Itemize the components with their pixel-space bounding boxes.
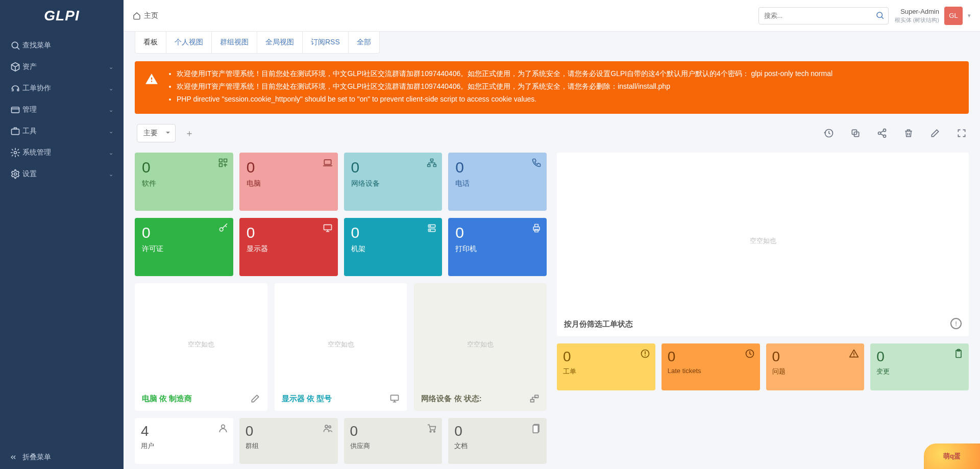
breadcrumb[interactable]: 主页	[133, 11, 158, 20]
tab-0[interactable]: 看板	[135, 32, 166, 53]
tile-电话[interactable]: 0电话	[448, 153, 547, 211]
copy-icon[interactable]	[850, 128, 861, 138]
tile-value: 0	[247, 159, 331, 176]
tab-2[interactable]: 群组视图	[212, 32, 257, 53]
rack-icon	[427, 223, 437, 233]
tile-value: 4	[141, 423, 227, 439]
history-icon[interactable]	[824, 128, 834, 138]
sidebar-item-0[interactable]: 查找菜单	[0, 35, 124, 56]
sidebar-item-1[interactable]: 资产⌄	[0, 56, 124, 78]
edit-icon[interactable]	[930, 128, 940, 138]
sidebar-item-3[interactable]: 管理⌄	[0, 99, 124, 120]
fullscreen-icon[interactable]	[957, 128, 967, 138]
nav: 查找菜单资产⌄工单协作⌄管理⌄工具⌄系统管理⌄设置⌄	[0, 32, 124, 446]
tab-4[interactable]: 订阅RSS	[303, 32, 349, 53]
tile-电脑[interactable]: 0电脑	[239, 153, 338, 211]
monitor-icon	[389, 393, 400, 404]
search-input[interactable]	[758, 7, 889, 24]
tile-label: 工单	[563, 367, 649, 376]
user-entity: 根实体 (树状结构)	[895, 16, 939, 23]
user-icon	[218, 423, 228, 433]
tile-机架[interactable]: 0机架	[344, 218, 443, 276]
panel-title: 按月份筛选工单状态	[564, 319, 633, 329]
tile-label: 用户	[141, 441, 227, 451]
tile-label: 显示器	[247, 244, 331, 254]
svg-point-33	[430, 431, 432, 432]
svg-rect-27	[391, 395, 399, 400]
tile-显示器[interactable]: 0显示器	[239, 218, 338, 276]
dashboard-selector[interactable]: 主要	[137, 124, 176, 142]
info-icon: !	[950, 318, 962, 329]
svg-point-8	[884, 129, 886, 132]
user-name: Super-Admin	[895, 8, 939, 16]
tile-软件[interactable]: 0软件	[135, 153, 233, 211]
alert-circle-icon	[640, 349, 650, 359]
trash-icon[interactable]	[903, 128, 914, 138]
tile-label: 变更	[876, 367, 963, 376]
tile-许可证[interactable]: 0许可证	[135, 218, 233, 276]
bottom-tile-3[interactable]: 0文档	[448, 418, 547, 464]
search-icon[interactable]	[875, 11, 885, 20]
phone-icon	[531, 158, 542, 168]
cube-icon	[10, 62, 22, 72]
empty-text: 空空如也	[188, 340, 214, 349]
chart-panel-2[interactable]: 空空如也网络设备 依 状态:	[414, 283, 547, 411]
key-icon	[218, 223, 228, 233]
briefcase-icon	[10, 126, 22, 136]
sidebar-item-2[interactable]: 工单协作⌄	[0, 78, 124, 99]
bottom-tile-2[interactable]: 0供应商	[344, 418, 443, 464]
svg-rect-36	[533, 425, 538, 433]
status-tile-3[interactable]: 0变更	[870, 343, 969, 390]
chevron-down-icon: ⌄	[109, 150, 113, 156]
chart-panel-tickets-by-month[interactable]: 空空如也 按月份筛选工单状态 !	[557, 153, 969, 336]
tile-label: 打印机	[455, 244, 540, 254]
chevron-down-icon: ⌄	[109, 85, 113, 92]
user-menu[interactable]: Super-Admin 根实体 (树状结构) GL ▾	[895, 7, 971, 25]
svg-rect-1	[12, 107, 19, 113]
sidebar: GLPI 查找菜单资产⌄工单协作⌄管理⌄工具⌄系统管理⌄设置⌄ 折叠菜单	[0, 0, 124, 469]
empty-text: 空空如也	[750, 236, 776, 245]
chevrons-left-icon	[9, 453, 17, 461]
chevron-down-icon: ⌄	[109, 64, 113, 70]
chart-panel-0[interactable]: 空空如也电脑 依 制造商	[135, 283, 267, 411]
printer-icon	[531, 223, 542, 233]
svg-point-34	[434, 431, 435, 432]
status-tile-1[interactable]: 0Late tickets	[662, 343, 760, 390]
bottom-tile-0[interactable]: 4用户	[135, 418, 233, 464]
alert-list: 欢迎使用IT资产管理系统！目前您处在测试环境，中文GLPI社区交流群请加群109…	[166, 68, 832, 107]
svg-point-31	[325, 425, 328, 428]
status-tile-0[interactable]: 0工单	[557, 343, 655, 390]
network-icon	[427, 158, 437, 168]
bottom-tile-1[interactable]: 0群组	[239, 418, 338, 464]
tile-label: 软件	[142, 179, 226, 188]
share-icon[interactable]	[877, 128, 887, 138]
tab-5[interactable]: 全部	[349, 32, 379, 53]
sidebar-item-5[interactable]: 系统管理⌄	[0, 142, 124, 163]
tile-value: 0	[246, 423, 332, 439]
svg-point-10	[884, 135, 886, 137]
network2-icon	[529, 393, 540, 404]
sidebar-item-6[interactable]: 设置⌄	[0, 163, 124, 185]
chevron-down-icon: ⌄	[109, 171, 113, 178]
sidebar-item-label: 工具	[22, 127, 37, 136]
tile-网络设备[interactable]: 0网络设备	[344, 153, 443, 211]
logo: GLPI	[0, 0, 124, 32]
chart-panel-1[interactable]: 空空如也显示器 依 型号	[275, 283, 407, 411]
sidebar-item-4[interactable]: 工具⌄	[0, 120, 124, 142]
cog-icon	[10, 147, 22, 158]
sidebar-item-label: 管理	[22, 105, 37, 114]
panel-title: 电脑 依 制造商	[142, 394, 192, 404]
tile-打印机[interactable]: 0打印机	[448, 218, 547, 276]
collapse-menu[interactable]: 折叠菜单	[0, 446, 124, 469]
tab-3[interactable]: 全局视图	[257, 32, 303, 53]
tabs: 看板个人视图群组视图全局视图订阅RSS全部	[135, 32, 380, 54]
tab-1[interactable]: 个人视图	[166, 32, 212, 53]
dashboard-bar: 主要 ＋	[135, 124, 969, 142]
add-dashboard-button[interactable]: ＋	[185, 127, 194, 139]
sidebar-item-label: 查找菜单	[22, 41, 51, 50]
tile-value: 0	[247, 224, 331, 241]
panel-title: 显示器 依 型号	[282, 394, 332, 404]
status-tile-2[interactable]: 0问题	[766, 343, 865, 390]
empty-text: 空空如也	[328, 340, 354, 349]
tile-label: 许可证	[142, 244, 226, 254]
